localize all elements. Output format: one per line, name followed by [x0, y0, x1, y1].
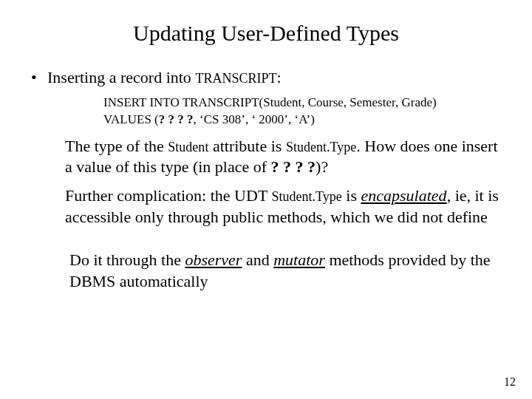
code-line-1: INSERT INTO TRANSCRIPT(Student, Course, … [103, 95, 502, 112]
p3-observer: observer [185, 250, 242, 269]
code-l2-a: VALUES ( [103, 112, 159, 126]
paragraph-3: Do it through the observer and mutator m… [69, 250, 502, 292]
bullet-text-post: : [277, 68, 282, 86]
slide-title: Updating User-Defined Types [30, 21, 502, 46]
code-placeholder: ? ? ? ? [159, 112, 194, 126]
code-block: INSERT INTO TRANSCRIPT(Student, Course, … [103, 95, 502, 129]
p2-b: is [342, 186, 361, 205]
paragraph-2: Further complication: the UDT Student.Ty… [65, 185, 502, 228]
p1-student: Student [168, 140, 208, 154]
p3-a: Do it through the [69, 250, 185, 269]
paragraph-1: The type of the Student attribute is Stu… [65, 136, 502, 178]
body-text: The type of the Student attribute is Stu… [65, 136, 502, 228]
p2-encapsulated: encapsulated [361, 186, 447, 205]
p2-a: Further complication: the UDT [65, 186, 271, 205]
bullet-item: Inserting a record into TRANSCRIPT: [30, 68, 502, 87]
body-text-2: Do it through the observer and mutator m… [69, 250, 502, 292]
code-line-2: VALUES (? ? ? ?, ‘CS 308’, ‘ 2000’, ‘A’) [103, 112, 502, 129]
code-l2-b: , ‘CS 308’, ‘ 2000’, ‘A’) [194, 112, 315, 126]
slide: Updating User-Defined Types Inserting a … [0, 0, 532, 399]
p2-student-type: Student.Type [271, 189, 341, 204]
p3-mutator: mutator [273, 250, 325, 269]
p1-b: attribute is [208, 137, 285, 155]
bullet-text-pre: Inserting a record into [47, 68, 195, 86]
p1-a: The type of the [65, 137, 168, 155]
bullet-transcript: TRANSCRIPT [195, 71, 276, 86]
p1-d: )? [316, 157, 328, 176]
p1-student-type: Student.Type [286, 140, 356, 154]
p3-b: and [242, 250, 273, 269]
p1-placeholder: ? ? ? ? [271, 157, 316, 176]
page-number: 12 [504, 375, 516, 389]
